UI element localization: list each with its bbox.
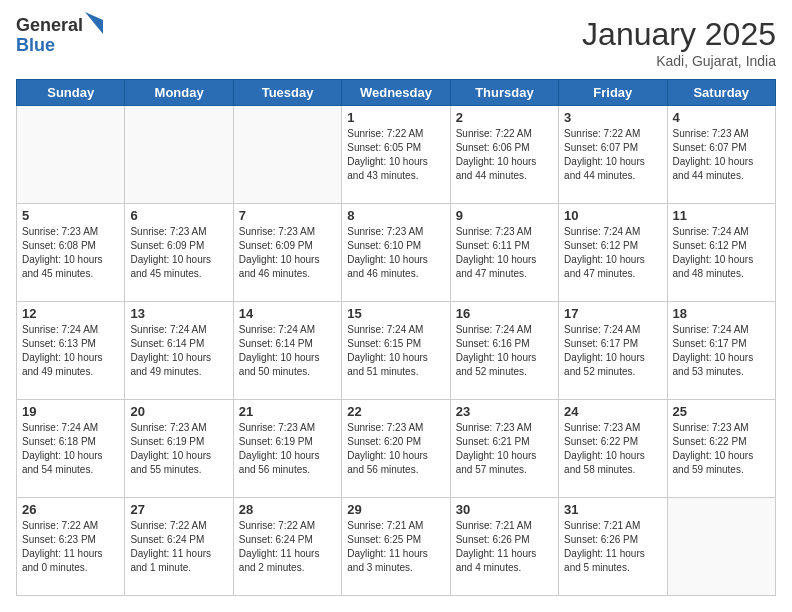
day-number: 6 xyxy=(130,208,227,223)
table-row: 3Sunrise: 7:22 AM Sunset: 6:07 PM Daylig… xyxy=(559,106,667,204)
day-info: Sunrise: 7:24 AM Sunset: 6:17 PM Dayligh… xyxy=(673,323,770,379)
calendar-week-row: 5Sunrise: 7:23 AM Sunset: 6:08 PM Daylig… xyxy=(17,204,776,302)
day-info: Sunrise: 7:22 AM Sunset: 6:24 PM Dayligh… xyxy=(130,519,227,575)
day-info: Sunrise: 7:23 AM Sunset: 6:19 PM Dayligh… xyxy=(130,421,227,477)
col-wednesday: Wednesday xyxy=(342,80,450,106)
table-row: 31Sunrise: 7:21 AM Sunset: 6:26 PM Dayli… xyxy=(559,498,667,596)
table-row: 9Sunrise: 7:23 AM Sunset: 6:11 PM Daylig… xyxy=(450,204,558,302)
day-info: Sunrise: 7:23 AM Sunset: 6:10 PM Dayligh… xyxy=(347,225,444,281)
day-number: 15 xyxy=(347,306,444,321)
day-number: 1 xyxy=(347,110,444,125)
table-row: 4Sunrise: 7:23 AM Sunset: 6:07 PM Daylig… xyxy=(667,106,775,204)
day-info: Sunrise: 7:22 AM Sunset: 6:07 PM Dayligh… xyxy=(564,127,661,183)
day-info: Sunrise: 7:23 AM Sunset: 6:09 PM Dayligh… xyxy=(239,225,336,281)
table-row: 10Sunrise: 7:24 AM Sunset: 6:12 PM Dayli… xyxy=(559,204,667,302)
day-info: Sunrise: 7:21 AM Sunset: 6:26 PM Dayligh… xyxy=(456,519,553,575)
day-number: 29 xyxy=(347,502,444,517)
day-number: 28 xyxy=(239,502,336,517)
calendar-header-row: Sunday Monday Tuesday Wednesday Thursday… xyxy=(17,80,776,106)
day-number: 8 xyxy=(347,208,444,223)
table-row: 27Sunrise: 7:22 AM Sunset: 6:24 PM Dayli… xyxy=(125,498,233,596)
table-row: 22Sunrise: 7:23 AM Sunset: 6:20 PM Dayli… xyxy=(342,400,450,498)
day-info: Sunrise: 7:23 AM Sunset: 6:09 PM Dayligh… xyxy=(130,225,227,281)
col-sunday: Sunday xyxy=(17,80,125,106)
logo: General Blue xyxy=(16,16,103,56)
table-row: 8Sunrise: 7:23 AM Sunset: 6:10 PM Daylig… xyxy=(342,204,450,302)
logo-blue: Blue xyxy=(16,36,83,56)
day-info: Sunrise: 7:21 AM Sunset: 6:25 PM Dayligh… xyxy=(347,519,444,575)
day-info: Sunrise: 7:23 AM Sunset: 6:07 PM Dayligh… xyxy=(673,127,770,183)
day-number: 11 xyxy=(673,208,770,223)
calendar-week-row: 19Sunrise: 7:24 AM Sunset: 6:18 PM Dayli… xyxy=(17,400,776,498)
page: General Blue January 2025 Kadi, Gujarat,… xyxy=(0,0,792,612)
location: Kadi, Gujarat, India xyxy=(582,53,776,69)
day-info: Sunrise: 7:24 AM Sunset: 6:17 PM Dayligh… xyxy=(564,323,661,379)
day-number: 3 xyxy=(564,110,661,125)
table-row: 11Sunrise: 7:24 AM Sunset: 6:12 PM Dayli… xyxy=(667,204,775,302)
month-year: January 2025 xyxy=(582,16,776,53)
table-row: 1Sunrise: 7:22 AM Sunset: 6:05 PM Daylig… xyxy=(342,106,450,204)
table-row xyxy=(125,106,233,204)
day-info: Sunrise: 7:23 AM Sunset: 6:21 PM Dayligh… xyxy=(456,421,553,477)
day-number: 17 xyxy=(564,306,661,321)
day-number: 14 xyxy=(239,306,336,321)
table-row: 28Sunrise: 7:22 AM Sunset: 6:24 PM Dayli… xyxy=(233,498,341,596)
calendar-table: Sunday Monday Tuesday Wednesday Thursday… xyxy=(16,79,776,596)
table-row: 24Sunrise: 7:23 AM Sunset: 6:22 PM Dayli… xyxy=(559,400,667,498)
day-number: 16 xyxy=(456,306,553,321)
day-info: Sunrise: 7:22 AM Sunset: 6:24 PM Dayligh… xyxy=(239,519,336,575)
day-info: Sunrise: 7:24 AM Sunset: 6:18 PM Dayligh… xyxy=(22,421,119,477)
table-row: 25Sunrise: 7:23 AM Sunset: 6:22 PM Dayli… xyxy=(667,400,775,498)
table-row: 5Sunrise: 7:23 AM Sunset: 6:08 PM Daylig… xyxy=(17,204,125,302)
col-friday: Friday xyxy=(559,80,667,106)
col-tuesday: Tuesday xyxy=(233,80,341,106)
table-row: 20Sunrise: 7:23 AM Sunset: 6:19 PM Dayli… xyxy=(125,400,233,498)
day-info: Sunrise: 7:24 AM Sunset: 6:12 PM Dayligh… xyxy=(673,225,770,281)
day-info: Sunrise: 7:24 AM Sunset: 6:15 PM Dayligh… xyxy=(347,323,444,379)
day-number: 4 xyxy=(673,110,770,125)
day-number: 13 xyxy=(130,306,227,321)
table-row: 7Sunrise: 7:23 AM Sunset: 6:09 PM Daylig… xyxy=(233,204,341,302)
table-row xyxy=(233,106,341,204)
day-number: 12 xyxy=(22,306,119,321)
calendar-week-row: 12Sunrise: 7:24 AM Sunset: 6:13 PM Dayli… xyxy=(17,302,776,400)
table-row xyxy=(17,106,125,204)
header: General Blue January 2025 Kadi, Gujarat,… xyxy=(16,16,776,69)
day-number: 24 xyxy=(564,404,661,419)
day-info: Sunrise: 7:22 AM Sunset: 6:05 PM Dayligh… xyxy=(347,127,444,183)
day-info: Sunrise: 7:24 AM Sunset: 6:12 PM Dayligh… xyxy=(564,225,661,281)
calendar-week-row: 1Sunrise: 7:22 AM Sunset: 6:05 PM Daylig… xyxy=(17,106,776,204)
col-saturday: Saturday xyxy=(667,80,775,106)
col-monday: Monday xyxy=(125,80,233,106)
day-number: 22 xyxy=(347,404,444,419)
table-row: 29Sunrise: 7:21 AM Sunset: 6:25 PM Dayli… xyxy=(342,498,450,596)
table-row: 16Sunrise: 7:24 AM Sunset: 6:16 PM Dayli… xyxy=(450,302,558,400)
day-number: 2 xyxy=(456,110,553,125)
day-info: Sunrise: 7:24 AM Sunset: 6:16 PM Dayligh… xyxy=(456,323,553,379)
col-thursday: Thursday xyxy=(450,80,558,106)
logo-text: General Blue xyxy=(16,16,83,56)
day-info: Sunrise: 7:23 AM Sunset: 6:19 PM Dayligh… xyxy=(239,421,336,477)
title-block: January 2025 Kadi, Gujarat, India xyxy=(582,16,776,69)
day-number: 23 xyxy=(456,404,553,419)
table-row: 15Sunrise: 7:24 AM Sunset: 6:15 PM Dayli… xyxy=(342,302,450,400)
day-info: Sunrise: 7:24 AM Sunset: 6:13 PM Dayligh… xyxy=(22,323,119,379)
day-info: Sunrise: 7:21 AM Sunset: 6:26 PM Dayligh… xyxy=(564,519,661,575)
table-row: 19Sunrise: 7:24 AM Sunset: 6:18 PM Dayli… xyxy=(17,400,125,498)
table-row: 26Sunrise: 7:22 AM Sunset: 6:23 PM Dayli… xyxy=(17,498,125,596)
day-info: Sunrise: 7:24 AM Sunset: 6:14 PM Dayligh… xyxy=(130,323,227,379)
day-number: 18 xyxy=(673,306,770,321)
svg-marker-0 xyxy=(85,12,103,34)
table-row: 23Sunrise: 7:23 AM Sunset: 6:21 PM Dayli… xyxy=(450,400,558,498)
table-row: 18Sunrise: 7:24 AM Sunset: 6:17 PM Dayli… xyxy=(667,302,775,400)
day-number: 30 xyxy=(456,502,553,517)
day-number: 21 xyxy=(239,404,336,419)
table-row xyxy=(667,498,775,596)
day-number: 31 xyxy=(564,502,661,517)
day-info: Sunrise: 7:24 AM Sunset: 6:14 PM Dayligh… xyxy=(239,323,336,379)
logo-general: General xyxy=(16,16,83,36)
day-number: 10 xyxy=(564,208,661,223)
day-number: 9 xyxy=(456,208,553,223)
day-info: Sunrise: 7:22 AM Sunset: 6:23 PM Dayligh… xyxy=(22,519,119,575)
table-row: 6Sunrise: 7:23 AM Sunset: 6:09 PM Daylig… xyxy=(125,204,233,302)
